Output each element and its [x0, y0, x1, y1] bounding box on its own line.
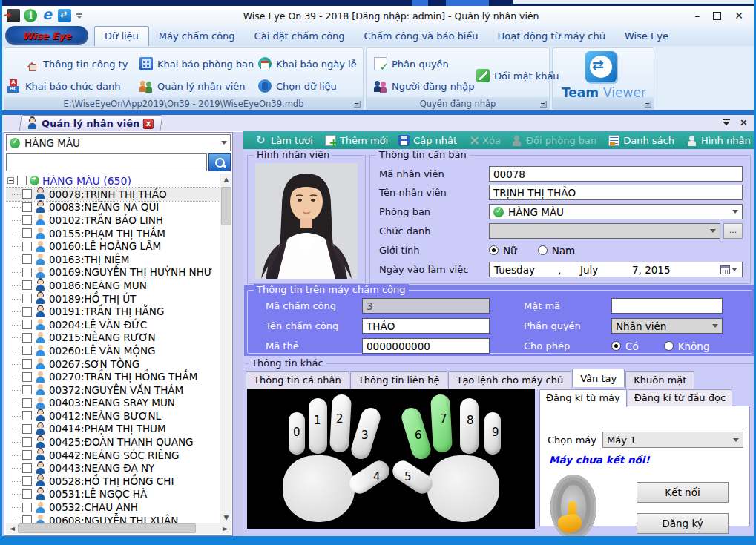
employee-checkbox[interactable] — [22, 424, 32, 434]
employee-checkbox[interactable] — [22, 333, 32, 343]
card-number-field[interactable]: 0000000000 — [362, 338, 490, 354]
tree-row-employee[interactable]: 00169:NGUYỄN THỊ HUỲNH NHƯ — [6, 266, 220, 280]
tree-row-employee[interactable]: 00412:NEÀNG BƯƠNL — [6, 409, 220, 423]
employee-checkbox[interactable] — [22, 476, 32, 486]
employee-checkbox[interactable] — [22, 359, 32, 369]
employee-checkbox[interactable] — [22, 268, 32, 277]
ribbon-item-login-users[interactable]: Người đăng nhập — [374, 79, 474, 93]
menu-tab-1[interactable]: Máy chấm công — [149, 27, 245, 46]
employee-checkbox[interactable] — [22, 463, 32, 473]
maximize-button[interactable] — [713, 12, 721, 20]
employee-checkbox[interactable] — [22, 346, 32, 355]
finger-4[interactable] — [346, 457, 392, 497]
gender-radio-female[interactable] — [489, 245, 499, 255]
internet-explorer-icon[interactable] — [41, 9, 54, 22]
employee-checkbox[interactable] — [22, 254, 32, 264]
tree-row-employee[interactable]: 00531:LÊ NGỌC HÀ — [6, 488, 220, 501]
connect-button[interactable]: Kết nối — [637, 482, 729, 503]
teamviewer-logo-icon[interactable] — [585, 51, 617, 82]
tree-row-employee[interactable]: 00078:TRỊNH THỊ THẢO — [6, 188, 220, 201]
tree-root-checkbox[interactable] — [17, 176, 27, 185]
tree-row-employee[interactable]: 00414:PHẠM THỊ THUM — [6, 423, 220, 436]
employee-id-field[interactable]: 00078 — [489, 166, 743, 182]
employee-checkbox[interactable] — [22, 242, 32, 251]
menu-tab-4[interactable]: Hoạt động từ máy chủ — [488, 27, 615, 46]
tree-row-employee[interactable]: 00528:HỒ THỊ HỒNG CHI — [6, 475, 220, 488]
tree-row-employee[interactable]: 00163:THỊ NIỆM — [6, 253, 220, 266]
menu-tab-3[interactable]: Chấm công và báo biểu — [355, 27, 488, 46]
scrollbar-thumb[interactable] — [221, 187, 231, 225]
ribbon-item-holiday[interactable]: Khai báo ngày lễ — [258, 57, 357, 70]
tree-row-employee[interactable]: 00260:LÊ VĂN MỘNG — [6, 344, 220, 357]
info-icon[interactable] — [24, 9, 37, 22]
tree-row-employee[interactable]: 00270:TRẦN THỊ HỒNG THẮM — [6, 370, 220, 383]
tabstrip-close-icon[interactable]: × — [740, 117, 748, 127]
tree-row-employee[interactable]: 00155:PHẠM THỊ THẮM — [6, 227, 220, 240]
employee-checkbox[interactable] — [22, 398, 32, 408]
employee-checkbox[interactable] — [22, 437, 32, 447]
minimize-button[interactable]: – — [694, 10, 700, 21]
employee-name-field[interactable]: TRỊNH THỊ THẢO — [489, 185, 743, 200]
allowed-radio-no[interactable] — [664, 341, 674, 351]
tree-row-employee[interactable]: 00160:LÊ HOÀNG LÂM — [6, 240, 220, 253]
toolbar-button-6[interactable]: Hình nhân viên — [681, 132, 756, 148]
department-field[interactable]: HÀNG MÀU — [489, 204, 743, 219]
ribbon-item-department[interactable]: Khai báo phòng ban — [139, 57, 254, 70]
exit-icon[interactable] — [7, 9, 20, 22]
ribbon-item-change-password[interactable]: Đổi mật khẩu — [476, 69, 559, 82]
tree-row-employee[interactable]: 00267:SƠN TÒNG — [6, 357, 220, 371]
subtab-1[interactable]: Thông tin liên hệ — [350, 371, 448, 389]
tree-expander-icon[interactable] — [7, 177, 14, 184]
ribbon-item-company[interactable]: Thông tin công ty — [25, 57, 128, 70]
tab-list-dropdown-icon[interactable] — [723, 118, 731, 126]
employee-checkbox[interactable] — [22, 450, 32, 460]
group-expander-icon[interactable] — [540, 101, 547, 108]
group-expander-icon[interactable] — [354, 101, 361, 108]
employee-checkbox[interactable] — [22, 489, 32, 499]
employee-checkbox[interactable] — [22, 411, 32, 420]
ribbon-item-permission[interactable]: Phân quyền — [374, 57, 449, 70]
employee-checkbox[interactable] — [22, 503, 32, 512]
employee-checkbox[interactable] — [22, 307, 32, 317]
employee-checkbox[interactable] — [22, 228, 32, 238]
gender-radio-male[interactable] — [538, 245, 548, 255]
employee-checkbox[interactable] — [22, 385, 32, 394]
employee-checkbox[interactable] — [22, 189, 32, 199]
tree-row-employee[interactable]: 00372:NGUYỄN VĂN THÁM — [6, 383, 220, 397]
toolbar-button-0[interactable]: Làm tươi — [251, 132, 318, 148]
tree-vertical-scrollbar[interactable]: ▲ ▼ — [220, 174, 231, 523]
attendance-name-field[interactable]: THẢO — [362, 318, 490, 334]
tree-row-employee[interactable]: 00442:NEÁNG SÓC RIÊNG — [6, 449, 220, 462]
employee-checkbox[interactable] — [22, 215, 32, 225]
tree-row-employee[interactable]: 00186:NEÁNG MUN — [6, 279, 220, 292]
menu-tab-0[interactable]: Dữ liệu — [94, 26, 149, 46]
ribbon-item-select-data[interactable]: Chọn dữ liệu — [258, 79, 337, 93]
register-button[interactable]: Đăng ký — [637, 513, 729, 534]
privilege-combo[interactable]: Nhân viên — [611, 318, 723, 334]
job-title-field[interactable] — [489, 223, 720, 239]
employee-checkbox[interactable] — [22, 202, 32, 212]
hire-date-field[interactable]: Tuesday , July 7, 2015 — [489, 262, 743, 277]
toolbar-button-5[interactable]: Danh sách — [603, 132, 680, 148]
tab-close-icon[interactable]: x — [143, 119, 154, 129]
register-tab-1[interactable]: Đăng kí từ đầu đọc — [628, 389, 732, 406]
menu-tab-5[interactable]: Wise Eye — [615, 27, 678, 46]
tab-employee-management[interactable]: Quản lý nhân viên x — [19, 115, 162, 131]
tree-row-employee[interactable]: 00532:CHAU ANH — [6, 501, 220, 514]
tree-row-employee[interactable]: 00191:TRẦN THỊ HẰNG — [6, 305, 220, 318]
search-input[interactable] — [6, 153, 207, 171]
close-button[interactable]: ✕ — [734, 10, 743, 21]
machine-select-combo[interactable]: Máy 1 — [602, 432, 743, 448]
tree-horizontal-scrollbar[interactable]: ◄► — [6, 523, 231, 534]
tree-row-employee[interactable]: 00425:ĐOÀN THANH QUANG — [6, 435, 220, 449]
ribbon-item-job-title[interactable]: Khai báo chức danh — [7, 79, 120, 93]
subtab-2[interactable]: Tạo lệnh cho máy chủ — [448, 371, 571, 389]
subtab-3[interactable]: Vân tay — [572, 369, 625, 387]
employee-checkbox[interactable] — [22, 372, 32, 382]
ribbon-item-employees[interactable]: Quản lý nhân viên — [139, 79, 246, 93]
tree-row-employee[interactable]: 00215:NÈANG RƯƠN — [6, 331, 220, 345]
tree-row-employee[interactable]: 00102:TRẦN BẢO LINH — [6, 214, 220, 227]
scrollbar-thumb[interactable] — [18, 523, 196, 533]
password-field[interactable] — [611, 298, 723, 314]
register-tab-0[interactable]: Đăng kí từ máy — [539, 389, 627, 407]
